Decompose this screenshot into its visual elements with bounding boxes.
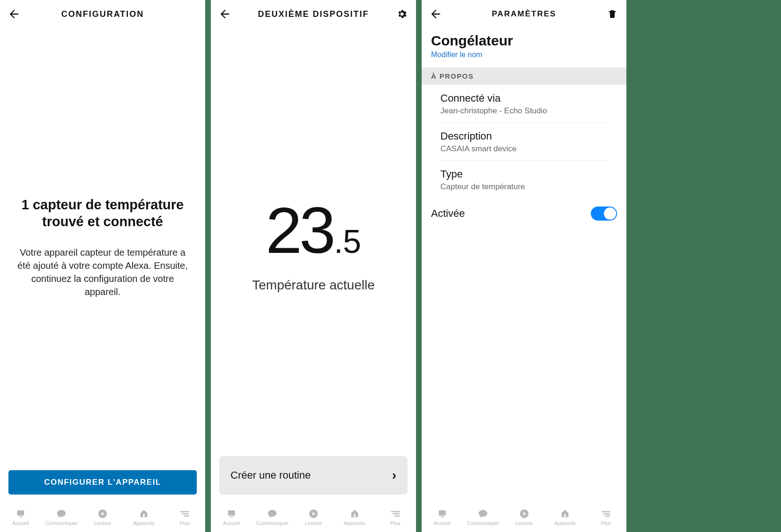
device-name-heading: Congélateur	[422, 33, 626, 49]
nav-home[interactable]: Accueil	[0, 509, 41, 526]
nav-communicate[interactable]: Communiquer	[252, 509, 293, 526]
delete-button[interactable]	[606, 7, 619, 21]
svg-rect-8	[230, 516, 233, 517]
description-label: Description	[440, 130, 608, 142]
svg-rect-10	[354, 514, 356, 517]
nav-more[interactable]: Plus	[375, 509, 416, 526]
configure-device-button[interactable]: CONFIGURER L'APPAREIL	[8, 470, 197, 495]
bottom-nav: Accueil Communiquer Lecture Appareils Pl…	[211, 502, 416, 532]
svg-rect-5	[182, 513, 189, 514]
nav-home-label: Accueil	[12, 520, 29, 526]
nav-communicate[interactable]: Communiquer	[462, 509, 503, 526]
create-routine-button[interactable]: Créer une routine ›	[219, 456, 408, 495]
nav-play[interactable]: Lecture	[293, 509, 334, 526]
edit-name-link[interactable]: Modifier le nom	[422, 49, 491, 67]
nav-more-label: Plus	[179, 520, 189, 526]
nav-devices[interactable]: Appareils	[123, 509, 164, 526]
nav-home[interactable]: Accueil	[422, 509, 462, 526]
description-value: CASAIA smart device	[440, 144, 608, 154]
nav-more-label: Plus	[601, 520, 611, 526]
nav-play[interactable]: Lecture	[82, 509, 123, 526]
page-title: PARAMÈTRES	[442, 9, 606, 19]
bottom-nav: Accueil Communiquer Lecture Appareils Pl…	[422, 502, 626, 532]
connected-via-value: Jean-christophe - Echo Studio	[440, 106, 608, 116]
temperature-decimal: .5	[334, 223, 361, 260]
svg-rect-0	[17, 510, 24, 515]
settings-button[interactable]	[395, 7, 409, 21]
type-value: Capteur de température	[440, 182, 608, 192]
connected-via-label: Connecté via	[440, 92, 608, 104]
row-enabled: Activée	[422, 198, 626, 229]
page-title: DEUXIÈME DISPOSITIF	[231, 9, 395, 19]
temperature-reading: 23 .5	[266, 192, 361, 268]
svg-rect-14	[439, 510, 446, 515]
nav-play-label: Lecture	[305, 520, 322, 526]
nav-more-label: Plus	[390, 520, 400, 526]
nav-play[interactable]: Lecture	[504, 509, 544, 526]
screen-settings: PARAMÈTRES Congélateur Modifier le nom À…	[422, 0, 626, 532]
temperature-label: Température actuelle	[252, 278, 374, 293]
setup-heading: 1 capteur de température trouvé et conne…	[13, 196, 192, 230]
create-routine-label: Créer une routine	[231, 469, 311, 481]
svg-rect-6	[184, 515, 189, 516]
nav-communicate-label: Communiquer	[45, 520, 78, 526]
nav-devices[interactable]: Appareils	[544, 509, 585, 526]
nav-more[interactable]: Plus	[164, 509, 205, 526]
enabled-label: Activée	[431, 207, 465, 220]
toggle-knob	[604, 207, 616, 220]
nav-home[interactable]: Accueil	[211, 509, 252, 526]
header: DEUXIÈME DISPOSITIF	[211, 0, 416, 28]
nav-devices-label: Appareils	[344, 520, 365, 526]
svg-rect-19	[603, 513, 610, 514]
svg-rect-7	[228, 510, 235, 515]
setup-description: Votre appareil capteur de température a …	[13, 246, 192, 298]
section-about-header: À PROPOS	[422, 67, 626, 85]
page-title: CONFIGURATION	[21, 9, 185, 19]
svg-rect-11	[391, 511, 400, 512]
screen-device-detail: DEUXIÈME DISPOSITIF 23 .5 Température ac…	[211, 0, 416, 532]
enabled-toggle[interactable]	[591, 207, 617, 221]
row-type: Type Capteur de température	[440, 161, 608, 198]
svg-rect-15	[440, 516, 444, 517]
back-button[interactable]	[218, 7, 231, 21]
svg-rect-1	[19, 516, 22, 517]
chevron-right-icon: ›	[392, 468, 396, 483]
nav-devices[interactable]: Appareils	[334, 509, 375, 526]
screen-configuration: CONFIGURATION 1 capteur de température t…	[0, 0, 205, 532]
nav-more[interactable]: Plus	[586, 509, 626, 526]
back-button[interactable]	[7, 7, 21, 21]
svg-rect-13	[394, 515, 400, 516]
nav-play-label: Lecture	[94, 520, 112, 526]
type-label: Type	[440, 168, 608, 180]
row-connected-via: Connecté via Jean-christophe - Echo Stud…	[440, 85, 608, 123]
svg-rect-12	[393, 513, 400, 514]
nav-communicate[interactable]: Communiquer	[41, 509, 82, 526]
header-spacer	[185, 7, 198, 21]
row-description: Description CASAIA smart device	[440, 123, 608, 161]
header: CONFIGURATION	[0, 0, 205, 28]
svg-rect-17	[564, 514, 566, 517]
nav-home-label: Accueil	[223, 520, 239, 526]
nav-devices-label: Appareils	[133, 520, 155, 526]
temperature-integer: 23	[266, 192, 333, 268]
svg-rect-20	[605, 515, 610, 516]
header: PARAMÈTRES	[422, 0, 626, 28]
nav-communicate-label: Communiquer	[256, 520, 289, 526]
svg-rect-3	[143, 514, 145, 517]
nav-home-label: Accueil	[434, 520, 450, 526]
svg-rect-4	[180, 511, 189, 512]
nav-play-label: Lecture	[515, 520, 533, 526]
bottom-nav: Accueil Communiquer Lecture Appareils Pl…	[0, 502, 205, 532]
nav-communicate-label: Communiquer	[467, 520, 499, 526]
svg-rect-18	[602, 511, 610, 512]
nav-devices-label: Appareils	[554, 520, 576, 526]
back-button[interactable]	[429, 7, 442, 21]
